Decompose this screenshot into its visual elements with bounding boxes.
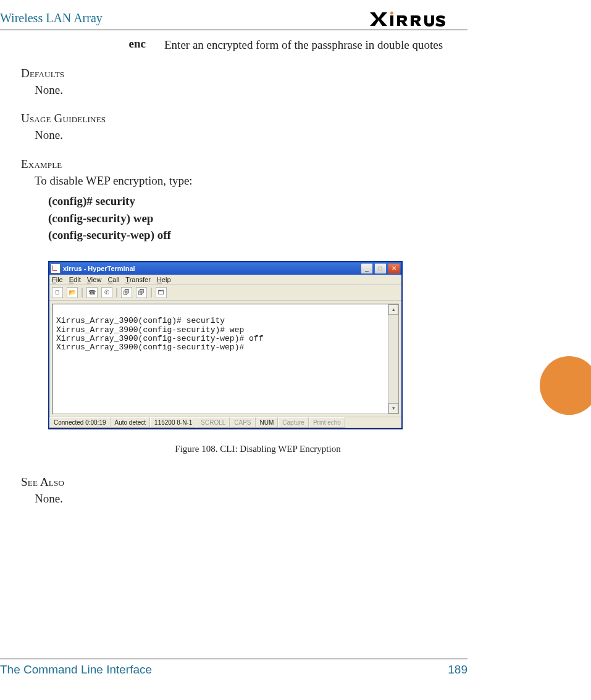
open-icon[interactable]: 📂	[67, 287, 78, 298]
menu-transfer[interactable]: Transfer	[125, 276, 151, 283]
disconnect-icon[interactable]: ✆	[101, 287, 112, 298]
scroll-down-icon[interactable]: ▾	[388, 403, 398, 414]
brand-logo	[370, 11, 467, 27]
window-title: xirrus - HyperTerminal	[63, 265, 135, 272]
section-heading-seealso: See Also	[21, 475, 467, 489]
footer-page-number: 189	[448, 663, 467, 677]
section-heading-defaults: Defaults	[21, 67, 467, 80]
titlebar[interactable]: xirrus - HyperTerminal _ □ ✕	[49, 262, 401, 275]
menu-bar: File Edit View Call Transfer Help	[49, 275, 401, 285]
status-bar: Connected 0:00:19 Auto detect 115200 8-N…	[49, 417, 401, 428]
toolbar-separator	[151, 288, 152, 298]
receive-icon[interactable]: 🗐	[136, 287, 147, 298]
menu-call[interactable]: Call	[107, 276, 119, 283]
maximize-button[interactable]: □	[374, 263, 387, 274]
status-echo: Print echo	[309, 417, 345, 428]
footer-chapter: The Command Line Interface	[0, 663, 152, 677]
section-heading-example: Example	[21, 157, 467, 171]
page-header-title: Wireless LAN Array	[0, 11, 103, 25]
scrollbar[interactable]: ▴ ▾	[388, 304, 398, 414]
section-body-example: To disable WEP encryption, type:	[35, 172, 467, 190]
brand-dot-icon	[390, 12, 393, 15]
status-scroll: SCROLL	[196, 417, 230, 428]
minimize-button[interactable]: _	[361, 263, 373, 274]
footer-rule	[0, 659, 467, 659]
section-body-usage: None.	[35, 127, 467, 144]
connect-icon[interactable]: ☎	[86, 287, 98, 298]
svg-rect-0	[390, 15, 393, 26]
section-body-defaults: None.	[35, 81, 467, 99]
send-icon[interactable]: 🗐	[121, 287, 132, 298]
menu-view[interactable]: View	[87, 276, 102, 283]
menu-file[interactable]: File	[52, 276, 63, 283]
properties-icon[interactable]: 🗔	[156, 287, 167, 298]
side-tab-dot-icon	[540, 356, 591, 415]
terminal-area[interactable]: Xirrus_Array_3900(config)# security Xirr…	[52, 304, 399, 414]
section-body-seealso: None.	[35, 490, 467, 507]
status-baud: 115200 8-N-1	[150, 417, 196, 428]
new-icon[interactable]: 🗋	[52, 287, 63, 298]
menu-edit[interactable]: Edit	[69, 276, 81, 283]
status-caps: CAPS	[230, 417, 255, 428]
status-connected: Connected 0:00:19	[49, 417, 111, 428]
scroll-up-icon[interactable]: ▴	[388, 304, 398, 315]
param-description: Enter an encrypted form of the passphras…	[164, 37, 467, 53]
status-detect: Auto detect	[111, 417, 151, 428]
header-rule	[0, 30, 467, 30]
menu-help[interactable]: Help	[157, 276, 171, 283]
toolbar-separator	[82, 288, 83, 298]
close-button[interactable]: ✕	[388, 263, 400, 274]
status-num: NUM	[256, 417, 279, 428]
section-heading-usage: Usage Guidelines	[21, 112, 467, 125]
param-term: enc	[21, 37, 164, 53]
figure-caption: Figure 108. CLI: Disabling WEP Encryptio…	[48, 444, 467, 454]
toolbar: 🗋 📂 ☎ ✆ 🗐 🗐 🗔	[49, 285, 401, 301]
app-icon	[51, 264, 61, 273]
example-command-line: (config)# security	[48, 193, 467, 210]
example-command-line: (config-security-wep) off	[48, 227, 467, 244]
terminal-output: Xirrus_Array_3900(config)# security Xirr…	[56, 308, 395, 352]
status-capture: Capture	[278, 417, 309, 428]
example-command-line: (config-security) wep	[48, 210, 467, 227]
hyperterminal-window: xirrus - HyperTerminal _ □ ✕ File Edit V…	[48, 261, 403, 429]
toolbar-separator	[116, 288, 117, 298]
